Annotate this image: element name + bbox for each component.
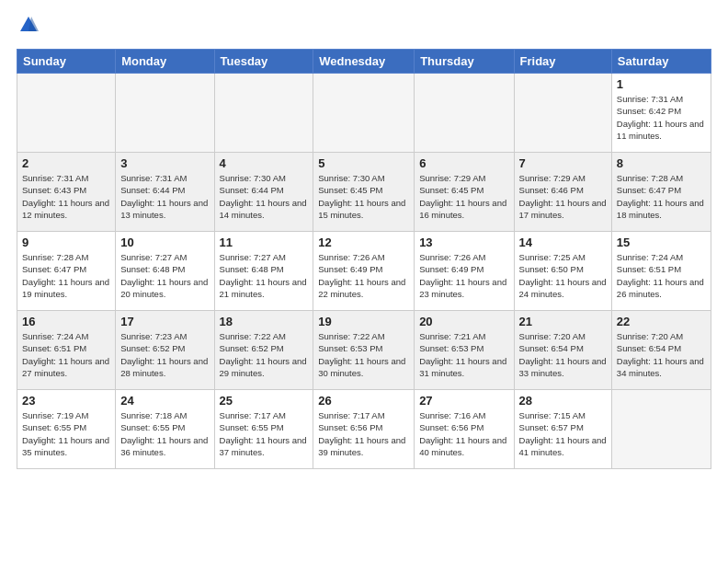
weekday-header: Monday [116, 50, 214, 74]
day-number: 27 [419, 394, 508, 408]
day-number: 23 [22, 394, 110, 408]
day-number: 9 [22, 236, 110, 249]
day-number: 8 [617, 156, 706, 170]
calendar-week-row: 23Sunrise: 7:19 AM Sunset: 6:55 PM Dayli… [17, 390, 711, 469]
day-info: Sunrise: 7:28 AM Sunset: 6:47 PM Dayligh… [617, 172, 706, 221]
day-number: 19 [318, 315, 409, 328]
day-number: 3 [120, 156, 209, 170]
day-number: 11 [220, 236, 309, 249]
day-info: Sunrise: 7:21 AM Sunset: 6:53 PM Dayligh… [419, 330, 508, 379]
day-number: 12 [318, 236, 409, 249]
day-info: Sunrise: 7:29 AM Sunset: 6:46 PM Dayligh… [519, 172, 607, 221]
calendar-day-cell: 15Sunrise: 7:24 AM Sunset: 6:51 PM Dayli… [611, 232, 711, 311]
calendar-day-cell [116, 74, 214, 153]
day-number: 7 [519, 156, 607, 170]
calendar-day-cell: 4Sunrise: 7:30 AM Sunset: 6:44 PM Daylig… [214, 153, 313, 232]
day-number: 26 [318, 394, 409, 408]
calendar-week-row: 16Sunrise: 7:24 AM Sunset: 6:51 PM Dayli… [17, 311, 711, 390]
page: SundayMondayTuesdayWednesdayThursdayFrid… [0, 0, 728, 563]
day-info: Sunrise: 7:18 AM Sunset: 6:55 PM Dayligh… [120, 409, 209, 458]
day-number: 10 [120, 236, 209, 249]
calendar-day-cell [17, 74, 116, 153]
day-info: Sunrise: 7:20 AM Sunset: 6:54 PM Dayligh… [617, 330, 706, 379]
day-info: Sunrise: 7:28 AM Sunset: 6:47 PM Dayligh… [22, 251, 110, 300]
logo-icon [18, 15, 39, 35]
day-number: 2 [22, 156, 110, 170]
calendar-day-cell: 2Sunrise: 7:31 AM Sunset: 6:43 PM Daylig… [17, 153, 116, 232]
calendar-day-cell: 22Sunrise: 7:20 AM Sunset: 6:54 PM Dayli… [611, 311, 711, 390]
calendar-header-row: SundayMondayTuesdayWednesdayThursdayFrid… [17, 50, 711, 74]
day-info: Sunrise: 7:27 AM Sunset: 6:48 PM Dayligh… [120, 251, 209, 300]
calendar-day-cell [415, 74, 514, 153]
day-info: Sunrise: 7:24 AM Sunset: 6:51 PM Dayligh… [22, 330, 110, 379]
calendar-week-row: 1Sunrise: 7:31 AM Sunset: 6:42 PM Daylig… [17, 74, 711, 153]
calendar-day-cell: 1Sunrise: 7:31 AM Sunset: 6:42 PM Daylig… [611, 74, 711, 153]
day-number: 13 [419, 236, 508, 249]
day-info: Sunrise: 7:26 AM Sunset: 6:49 PM Dayligh… [419, 251, 508, 300]
day-number: 24 [120, 394, 209, 408]
day-number: 4 [220, 156, 309, 170]
calendar-day-cell: 25Sunrise: 7:17 AM Sunset: 6:55 PM Dayli… [214, 390, 313, 469]
day-number: 6 [419, 156, 508, 170]
calendar-day-cell: 7Sunrise: 7:29 AM Sunset: 6:46 PM Daylig… [514, 153, 611, 232]
calendar-day-cell: 17Sunrise: 7:23 AM Sunset: 6:52 PM Dayli… [116, 311, 214, 390]
day-number: 18 [220, 315, 309, 328]
calendar-day-cell [514, 74, 611, 153]
calendar-day-cell: 10Sunrise: 7:27 AM Sunset: 6:48 PM Dayli… [116, 232, 214, 311]
day-number: 21 [519, 315, 607, 328]
calendar-day-cell: 27Sunrise: 7:16 AM Sunset: 6:56 PM Dayli… [415, 390, 514, 469]
day-info: Sunrise: 7:26 AM Sunset: 6:49 PM Dayligh… [318, 251, 409, 300]
day-number: 5 [318, 156, 409, 170]
day-number: 25 [220, 394, 309, 408]
logo-text [17, 17, 39, 40]
calendar-day-cell: 12Sunrise: 7:26 AM Sunset: 6:49 PM Dayli… [313, 232, 415, 311]
day-info: Sunrise: 7:16 AM Sunset: 6:56 PM Dayligh… [419, 409, 508, 458]
day-info: Sunrise: 7:24 AM Sunset: 6:51 PM Dayligh… [617, 251, 706, 300]
calendar-day-cell: 26Sunrise: 7:17 AM Sunset: 6:56 PM Dayli… [313, 390, 415, 469]
day-info: Sunrise: 7:23 AM Sunset: 6:52 PM Dayligh… [120, 330, 209, 379]
calendar-table: SundayMondayTuesdayWednesdayThursdayFrid… [17, 49, 711, 469]
day-number: 17 [120, 315, 209, 328]
day-number: 20 [419, 315, 508, 328]
day-info: Sunrise: 7:31 AM Sunset: 6:43 PM Dayligh… [22, 172, 110, 221]
day-number: 14 [519, 236, 607, 249]
day-info: Sunrise: 7:19 AM Sunset: 6:55 PM Dayligh… [22, 409, 110, 458]
day-info: Sunrise: 7:17 AM Sunset: 6:55 PM Dayligh… [220, 409, 309, 458]
weekday-header: Saturday [611, 50, 711, 74]
day-number: 16 [22, 315, 110, 328]
day-number: 28 [519, 394, 607, 408]
calendar-day-cell: 20Sunrise: 7:21 AM Sunset: 6:53 PM Dayli… [415, 311, 514, 390]
calendar-day-cell: 11Sunrise: 7:27 AM Sunset: 6:48 PM Dayli… [214, 232, 313, 311]
calendar-day-cell: 28Sunrise: 7:15 AM Sunset: 6:57 PM Dayli… [514, 390, 611, 469]
calendar-day-cell: 23Sunrise: 7:19 AM Sunset: 6:55 PM Dayli… [17, 390, 116, 469]
calendar-day-cell [313, 74, 415, 153]
day-number: 15 [617, 236, 706, 249]
calendar-day-cell: 13Sunrise: 7:26 AM Sunset: 6:49 PM Dayli… [415, 232, 514, 311]
svg-marker-1 [28, 17, 39, 31]
calendar-day-cell: 16Sunrise: 7:24 AM Sunset: 6:51 PM Dayli… [17, 311, 116, 390]
weekday-header: Tuesday [214, 50, 313, 74]
day-info: Sunrise: 7:30 AM Sunset: 6:45 PM Dayligh… [318, 172, 409, 221]
day-info: Sunrise: 7:15 AM Sunset: 6:57 PM Dayligh… [519, 409, 607, 458]
header [17, 17, 711, 40]
day-info: Sunrise: 7:17 AM Sunset: 6:56 PM Dayligh… [318, 409, 409, 458]
day-info: Sunrise: 7:31 AM Sunset: 6:44 PM Dayligh… [120, 172, 209, 221]
calendar-day-cell: 14Sunrise: 7:25 AM Sunset: 6:50 PM Dayli… [514, 232, 611, 311]
calendar-day-cell: 6Sunrise: 7:29 AM Sunset: 6:45 PM Daylig… [415, 153, 514, 232]
logo [17, 17, 39, 40]
calendar-day-cell: 3Sunrise: 7:31 AM Sunset: 6:44 PM Daylig… [116, 153, 214, 232]
day-info: Sunrise: 7:22 AM Sunset: 6:53 PM Dayligh… [318, 330, 409, 379]
day-info: Sunrise: 7:27 AM Sunset: 6:48 PM Dayligh… [220, 251, 309, 300]
day-number: 1 [617, 77, 706, 91]
calendar-week-row: 2Sunrise: 7:31 AM Sunset: 6:43 PM Daylig… [17, 153, 711, 232]
day-number: 22 [617, 315, 706, 328]
calendar-day-cell: 24Sunrise: 7:18 AM Sunset: 6:55 PM Dayli… [116, 390, 214, 469]
weekday-header: Wednesday [313, 50, 415, 74]
calendar-week-row: 9Sunrise: 7:28 AM Sunset: 6:47 PM Daylig… [17, 232, 711, 311]
weekday-header: Thursday [415, 50, 514, 74]
day-info: Sunrise: 7:30 AM Sunset: 6:44 PM Dayligh… [220, 172, 309, 221]
calendar-day-cell [611, 390, 711, 469]
calendar-day-cell: 18Sunrise: 7:22 AM Sunset: 6:52 PM Dayli… [214, 311, 313, 390]
calendar-day-cell [214, 74, 313, 153]
day-info: Sunrise: 7:31 AM Sunset: 6:42 PM Dayligh… [617, 93, 706, 142]
